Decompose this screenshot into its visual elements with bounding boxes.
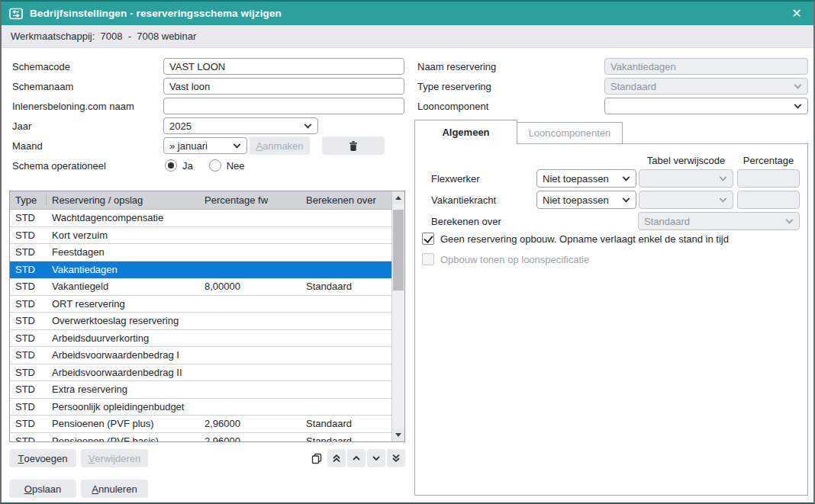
table-cell: ORT reservering: [47, 298, 199, 310]
move-down-button[interactable]: [367, 449, 385, 467]
trash-icon: [348, 140, 359, 152]
table-row[interactable]: STDVakantiegeld8,00000Standaard: [10, 278, 392, 296]
operationeel-nee-label: Nee: [227, 160, 245, 172]
window-title: Bedrijfsinstellingen - reserveringsschem…: [30, 8, 282, 19]
schemanaam-label: Schemanaam: [12, 78, 73, 95]
naam-reservering-input: [604, 58, 808, 75]
table-cell: Wachtdagencompensatie: [47, 212, 199, 223]
berekenen-over-label: Berekenen over: [431, 212, 501, 230]
tab-looncomponenten[interactable]: Looncomponenten: [517, 122, 623, 143]
table-row[interactable]: STDVakantiedagen: [10, 262, 392, 279]
chevron-down-icon: [623, 174, 630, 181]
double-chevron-up-icon: [331, 453, 342, 464]
table-header-row: Type Reservering / opslag Percentage fw …: [10, 191, 392, 210]
table-header-reservering: Reservering / opslag: [47, 194, 199, 206]
table-row[interactable]: STDPensioenen (PVF basis)2,96000Standaar…: [10, 433, 392, 442]
table-cell: STD: [10, 212, 47, 223]
operationeel-nee-radio[interactable]: [209, 159, 221, 172]
table-cell: STD: [10, 349, 47, 361]
flexwerker-select[interactable]: Niet toepassen: [536, 169, 636, 188]
naam-reservering-label: Naam reservering: [417, 58, 496, 75]
table-cell: Feestdagen: [47, 246, 199, 258]
table-cell: Pensioenen (PVF basis): [47, 435, 199, 441]
tabel-verwijscode-header: Tabel verwijscode: [639, 154, 733, 166]
table-cell: STD: [10, 332, 47, 344]
verwijderen-button[interactable]: Verwijderen: [81, 449, 148, 467]
chevron-down-icon: [794, 101, 802, 109]
chevron-down-icon: [304, 121, 312, 129]
table-header-berekenen-over: Berekenen over: [301, 194, 392, 206]
close-icon[interactable]: ✕: [786, 2, 807, 25]
operationeel-ja-label: Ja: [182, 160, 193, 172]
maand-label: Maand: [12, 137, 43, 154]
flexwerker-value: Niet toepassen: [543, 173, 609, 185]
table-cell: Standaard: [301, 418, 392, 429]
move-up-button[interactable]: [347, 449, 366, 467]
chevron-down-icon: [720, 195, 727, 203]
copy-row-button[interactable]: [308, 449, 326, 467]
table-cell: 2,96000: [199, 418, 301, 429]
looncomponent-select[interactable]: [604, 98, 808, 114]
scroll-up-icon[interactable]: [392, 191, 404, 204]
table-row[interactable]: STDArbeidsvoorwaardenbedrag II: [10, 364, 392, 382]
chevron-down-icon: [720, 174, 727, 181]
aanmaken-button[interactable]: Aanmaken: [250, 136, 310, 155]
table-cell: Arbeidsvoorwaardenbedrag I: [47, 349, 199, 361]
looncomponent-label: Looncomponent: [417, 98, 488, 114]
operationeel-label: Schema operationeel: [12, 157, 106, 174]
operationeel-ja-radio[interactable]: [165, 159, 177, 172]
table-row[interactable]: STDPersoonlijk opleidingenbudget: [10, 399, 392, 416]
vakantiekracht-value: Niet toepassen: [543, 194, 609, 206]
inlenersbeloning-input[interactable]: [163, 98, 404, 114]
inlenersbeloning-label: Inlenersbeloning.com naam: [12, 98, 134, 114]
company-bar: Werkmaatschappij: 7008 - 7008 webinar: [2, 25, 813, 48]
table-cell: Arbeidsduurverkorting: [47, 332, 199, 344]
jaar-select[interactable]: 2025: [163, 117, 318, 134]
table-row[interactable]: STDFeestdagen: [10, 244, 392, 262]
geen-reservering-opbouw-checkbox[interactable]: [422, 233, 434, 245]
table-row[interactable]: STDArbeidsduurverkorting: [10, 330, 392, 348]
maand-select[interactable]: » januari: [163, 137, 247, 154]
table-cell: Overwerktoeslag reservering: [47, 315, 199, 326]
type-reservering-select: Standaard: [604, 78, 808, 95]
chevron-up-icon: [351, 453, 362, 464]
table-row[interactable]: STDORT reservering: [10, 296, 392, 313]
schemacode-label: Schemacode: [12, 58, 70, 75]
tab-algemeen[interactable]: Algemeen: [414, 120, 517, 144]
table-cell: STD: [10, 384, 47, 395]
opslaan-button[interactable]: Opslaan: [9, 480, 76, 498]
table-cell: Vakantiedagen: [47, 264, 199, 275]
table-row[interactable]: STDOverwerktoeslag reservering: [10, 313, 392, 330]
maand-select-value: » januari: [169, 140, 208, 152]
annuleren-button[interactable]: Annuleren: [81, 480, 148, 498]
chevron-down-icon: [786, 217, 794, 224]
table-row[interactable]: STDWachtdagencompensatie: [10, 210, 392, 227]
table-scrollbar[interactable]: [391, 191, 404, 441]
table-header-percentage-fw: Percentage fw: [199, 194, 301, 206]
table-cell: STD: [10, 418, 47, 429]
copy-icon: [311, 452, 323, 464]
double-chevron-down-icon: [391, 453, 401, 464]
table-cell: Vakantiegeld: [47, 281, 199, 292]
delete-month-button[interactable]: [322, 136, 385, 155]
table-cell: Standaard: [301, 281, 392, 292]
vakantiekracht-percentage-input: [737, 191, 800, 209]
table-row[interactable]: STDKort verzuim: [10, 227, 392, 245]
schemacode-input[interactable]: [163, 58, 404, 75]
move-bottom-button[interactable]: [387, 449, 405, 467]
table-row[interactable]: STDExtra reservering: [10, 381, 392, 399]
scroll-down-icon[interactable]: [392, 429, 404, 441]
schemanaam-input[interactable]: [163, 78, 404, 95]
toevoegen-button[interactable]: Toevoegen: [9, 449, 76, 467]
dialog-window: Bedrijfsinstellingen - reserveringsschem…: [0, 0, 815, 504]
move-top-button[interactable]: [327, 449, 346, 467]
table-row[interactable]: STDArbeidsvoorwaardenbedrag I: [10, 347, 392, 364]
chevron-down-icon: [371, 453, 382, 464]
type-reservering-label: Type reservering: [417, 78, 491, 95]
table-body: STDWachtdagencompensatieSTDKort verzuimS…: [10, 210, 392, 441]
table-row[interactable]: STDPensioenen (PVF plus)2,96000Standaard: [10, 416, 392, 433]
table-cell: STD: [10, 230, 47, 241]
scrollbar-thumb[interactable]: [393, 210, 404, 291]
vakantiekracht-select[interactable]: Niet toepassen: [536, 191, 636, 209]
title-bar: Bedrijfsinstellingen - reserveringsschem…: [2, 2, 813, 25]
